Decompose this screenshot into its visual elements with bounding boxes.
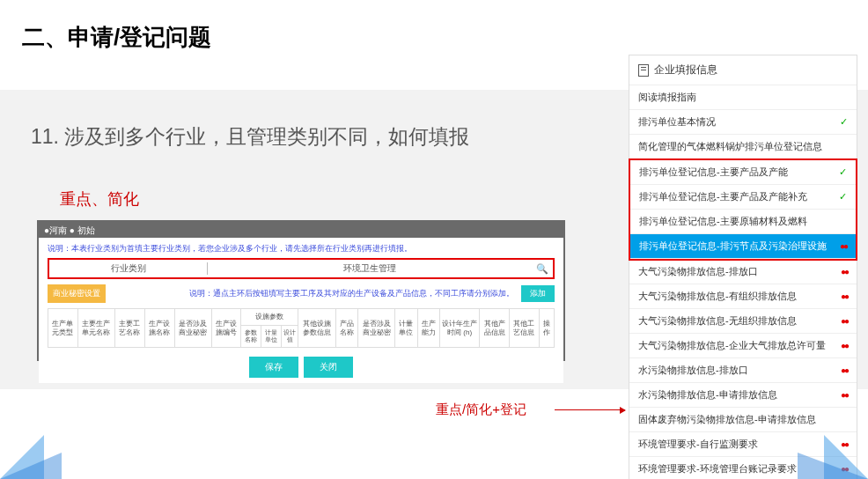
sidebar-item-label: 大气污染物排放信息-排放口 — [638, 265, 758, 278]
business-secret-button[interactable]: 商业秘密设置 — [48, 284, 106, 303]
table-header: 生产设施编号 — [211, 309, 241, 348]
decoration — [798, 453, 868, 479]
table-header: 计量单位 — [395, 309, 417, 348]
sidebar-item-label: 固体废弃物污染物排放信息-申请排放信息 — [638, 413, 816, 426]
sidebar-item-label: 水污染物排放信息-排放口 — [638, 364, 748, 377]
table-header: 是否涉及商业秘密 — [358, 309, 395, 348]
sidebar-item[interactable]: 排污单位登记信息-主要产品及产能补充✓ — [630, 185, 856, 210]
sidebar-item-label: 排污单位登记信息-主要产品及产能 — [639, 166, 788, 179]
industry-row: 行业类别 环境卫生管理 🔍 — [48, 258, 555, 279]
sidebar-item[interactable]: 简化管理的气体燃料锅炉排污单位登记信息 — [629, 135, 857, 159]
sidebar-item[interactable]: 水污染物排放信息-申请排放信息●● — [629, 383, 857, 408]
status-dots-icon: ●● — [841, 316, 848, 326]
table-header: 其他设施参数信息 — [298, 309, 335, 348]
headers-table: 生产单元类型主要生产单元名称主要工艺名称生产设施名称是否涉及商业秘密生产设施编号… — [48, 308, 555, 348]
sidebar-item-label: 排污单位登记信息-排污节点及污染治理设施 — [639, 240, 827, 253]
sidebar-item[interactable]: 大气污染物排放信息-有组织排放信息●● — [629, 284, 857, 309]
sidebar-item-label: 简化管理的气体燃料锅炉排污单位登记信息 — [638, 140, 822, 153]
annotation-top: 重点、简化 — [60, 188, 139, 210]
sidebar-item-label: 环境管理要求-环境管理台账记录要求 — [638, 462, 797, 475]
table-header: 其他工艺信息 — [509, 309, 539, 348]
table-header: 生产设施名称 — [144, 309, 174, 348]
check-icon: ✓ — [840, 116, 848, 128]
table-header: 生产能力 — [417, 309, 439, 348]
question-text: 11. 涉及到多个行业，且管理类别不同，如何填报 — [31, 123, 469, 151]
annotation-bottom: 重点/简化+登记 — [436, 402, 526, 418]
sidebar-item[interactable]: 大气污染物排放信息-排放口●● — [629, 260, 857, 284]
table-subheader: 设计值 — [282, 325, 298, 348]
sidebar-item[interactable]: 大气污染物排放信息-无组织排放信息●● — [629, 309, 857, 334]
sidebar-item[interactable]: 阅读填报指南 — [629, 85, 857, 110]
table-header: 产品名称 — [335, 309, 357, 348]
sidebar-item[interactable]: 排污单位登记信息-排污节点及污染治理设施●● — [630, 234, 856, 259]
table-header: 主要生产单元名称 — [77, 309, 114, 348]
industry-label: 行业类别 — [49, 262, 208, 275]
add-button[interactable]: 添加 — [521, 285, 555, 302]
industry-value: 环境卫生管理 — [208, 262, 532, 275]
hint-text-1: 说明：本表行业类别为首填主要行业类别，若您企业涉及多个行业，请先选择所在行业类别… — [48, 243, 555, 254]
sidebar-item-label: 排污单位基本情况 — [638, 115, 716, 129]
sidebar-item-label: 大气污染物排放信息-无组织排放信息 — [638, 314, 797, 328]
app-window: ●河南 ● 初始 说明：本表行业类别为首填主要行业类别，若您企业涉及多个行业，请… — [37, 220, 565, 361]
table-subheader: 参数名称 — [241, 325, 261, 348]
table-subheader: 计量单位 — [261, 325, 282, 348]
table-header: 设计年生产时间 (h) — [440, 309, 480, 348]
sidebar-item[interactable]: 排污单位登记信息-主要产品及产能✓ — [630, 160, 856, 185]
status-dots-icon: ●● — [841, 267, 848, 276]
check-icon: ✓ — [839, 166, 847, 178]
sidebar-item[interactable]: 固体废弃物污染物排放信息-申请排放信息 — [629, 408, 857, 432]
status-dots-icon: ●● — [841, 365, 848, 375]
highlight-box: 排污单位登记信息-主要产品及产能✓排污单位登记信息-主要产品及产能补充✓排污单位… — [629, 158, 857, 261]
sidebar-item-label: 大气污染物排放信息-企业大气排放总许可量 — [638, 339, 826, 352]
sidebar-item-label: 排污单位登记信息-主要产品及产能补充 — [639, 190, 807, 203]
panel-header: 企业填报信息 — [629, 55, 857, 85]
sidebar-item[interactable]: 水污染物排放信息-排放口●● — [629, 358, 857, 383]
side-panel: 企业填报信息 阅读填报指南排污单位基本情况✓简化管理的气体燃料锅炉排污单位登记信… — [629, 55, 857, 479]
sidebar-item-label: 水污染物排放信息-申请排放信息 — [638, 388, 777, 402]
decoration — [0, 453, 62, 479]
sidebar-item-label: 排污单位登记信息-主要原辅材料及燃料 — [639, 215, 807, 228]
panel-title: 企业填报信息 — [654, 63, 717, 77]
sidebar-item-label: 阅读填报指南 — [638, 91, 696, 104]
sidebar-item-label: 大气污染物排放信息-有组织排放信息 — [638, 290, 797, 303]
arrow-icon — [555, 409, 625, 410]
close-button[interactable]: 关闭 — [304, 357, 353, 378]
sidebar-item[interactable]: 大气污染物排放信息-企业大气排放总许可量●● — [629, 334, 857, 358]
table-header: 其他产品信息 — [480, 309, 510, 348]
status-dots-icon: ●● — [840, 241, 847, 251]
sidebar-item-label: 环境管理要求-自行监测要求 — [638, 438, 758, 451]
sidebar-item[interactable]: 排污单位基本情况✓ — [629, 110, 857, 135]
table-header: 是否涉及商业秘密 — [174, 309, 211, 348]
table-header: 生产单元类型 — [48, 309, 78, 348]
save-button[interactable]: 保存 — [249, 357, 298, 378]
status-dots-icon: ●● — [841, 341, 848, 350]
window-titlebar: ●河南 ● 初始 — [39, 222, 563, 238]
table-header: 设施参数 — [241, 309, 298, 326]
sidebar-item[interactable]: 排污单位登记信息-主要原辅材料及燃料 — [630, 210, 856, 234]
search-icon[interactable]: 🔍 — [532, 263, 553, 275]
hint-text-2: 说明：通点主环后按钮填写主要工序及其对应的生产设备及产品信息，不同工序请分别添加… — [189, 288, 514, 299]
status-dots-icon: ●● — [841, 390, 848, 400]
table-header: 操作 — [539, 309, 554, 348]
table-header: 主要工艺名称 — [114, 309, 144, 348]
document-icon — [638, 64, 649, 77]
check-icon: ✓ — [839, 191, 847, 203]
status-dots-icon: ●● — [841, 291, 848, 301]
